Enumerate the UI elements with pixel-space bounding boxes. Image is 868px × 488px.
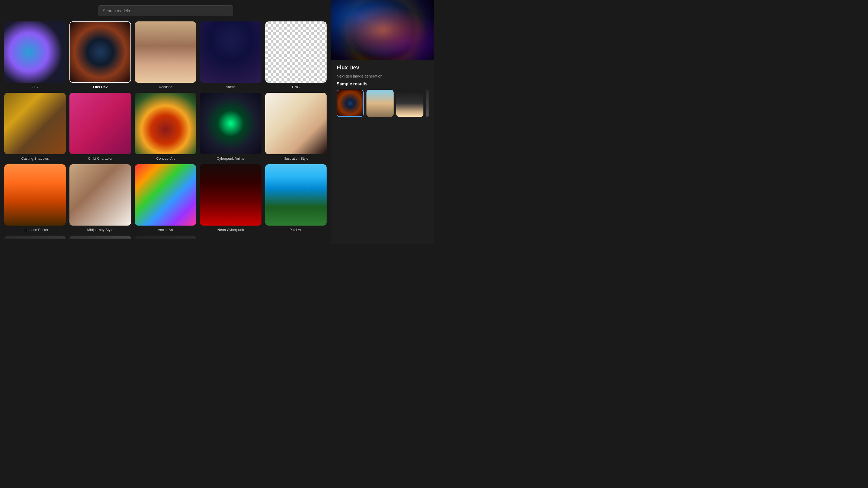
- sample-results-title: Sample results: [337, 82, 429, 87]
- sample-thumb-2[interactable]: [367, 90, 394, 117]
- model-card-bottom2[interactable]: [69, 236, 131, 238]
- model-description: Next-gen image generation: [337, 74, 429, 78]
- model-card-image-realistic: [135, 22, 196, 83]
- model-card-label-neon-cyberpunk: Neon Cyberpunk: [218, 228, 244, 232]
- sample-thumb-4-partial[interactable]: [426, 90, 429, 117]
- model-card-label-vector-art: Vector Art: [158, 228, 173, 232]
- model-card-image-pixel-art: [265, 164, 327, 226]
- right-panel: Flux Dev Next-gen image generation Sampl…: [331, 0, 434, 244]
- model-card-cyberpunk-anime[interactable]: Cyberpunk Anime: [200, 93, 261, 160]
- model-card-png[interactable]: PNG: [265, 22, 327, 89]
- model-card-label-flux: Flux: [32, 85, 38, 89]
- model-card-image-anime: [200, 22, 261, 83]
- model-card-label-realistic: Realistic: [159, 85, 172, 89]
- model-card-anime[interactable]: Anime: [200, 22, 261, 89]
- model-card-image-casting-shadows: [4, 93, 66, 154]
- model-card-label-japanese-poster: Japanese Poster: [22, 228, 48, 232]
- model-card-flux[interactable]: Flux: [4, 22, 66, 89]
- model-card-illustration-style[interactable]: Illustration Style: [265, 93, 327, 160]
- model-grid: FluxFlux DevRealisticAnimePNGCasting Sha…: [4, 22, 327, 238]
- model-card-pixel-art[interactable]: Pixel Art: [265, 164, 327, 232]
- model-card-label-anime: Anime: [226, 85, 236, 89]
- model-card-midjourney-style[interactable]: Midjourney Style: [69, 164, 131, 232]
- model-card-image-png: [265, 22, 327, 83]
- model-card-image-bottom3: [135, 236, 196, 238]
- model-card-chibi-character[interactable]: Chibi Character: [69, 93, 131, 160]
- model-card-realistic[interactable]: Realistic: [135, 22, 196, 89]
- model-card-label-illustration-style: Illustration Style: [283, 156, 308, 161]
- model-title: Flux Dev: [337, 65, 429, 71]
- sample-results-row: [337, 90, 429, 117]
- model-card-flux-dev[interactable]: Flux Dev: [69, 22, 131, 89]
- model-card-label-pixel-art: Pixel Art: [289, 228, 303, 232]
- hero-image: [331, 0, 434, 60]
- model-card-image-bottom1: [4, 236, 66, 238]
- model-card-japanese-poster[interactable]: Japanese Poster: [4, 164, 66, 232]
- model-card-label-chibi-character: Chibi Character: [88, 156, 112, 161]
- hero-image-container: [331, 0, 434, 60]
- model-card-casting-shadows[interactable]: Casting Shadows: [4, 93, 66, 160]
- model-card-image-neon-cyberpunk: [200, 164, 261, 226]
- model-card-image-flux: [4, 22, 66, 83]
- model-card-label-casting-shadows: Casting Shadows: [22, 156, 49, 161]
- model-card-image-midjourney-style: [69, 164, 131, 226]
- sample-thumb-1[interactable]: [337, 90, 364, 117]
- model-card-vector-art[interactable]: Vector Art: [135, 164, 196, 232]
- model-card-image-concept-art: [135, 93, 196, 154]
- model-card-bottom3[interactable]: [135, 236, 196, 238]
- sample-thumb-3[interactable]: [396, 90, 424, 117]
- model-card-image-flux-dev: [69, 22, 131, 83]
- model-card-image-japanese-poster: [4, 164, 66, 226]
- main-content: FluxFlux DevRealisticAnimePNGCasting Sha…: [0, 0, 331, 244]
- search-container: [4, 5, 327, 16]
- model-card-image-illustration-style: [265, 93, 327, 154]
- model-card-image-cyberpunk-anime: [200, 93, 261, 154]
- model-info: Flux Dev Next-gen image generation Sampl…: [331, 60, 434, 122]
- model-card-image-bottom2: [69, 236, 131, 238]
- model-card-label-png: PNG: [292, 85, 300, 89]
- model-card-label-cyberpunk-anime: Cyberpunk Anime: [217, 156, 245, 161]
- model-card-concept-art[interactable]: Concept Art: [135, 93, 196, 160]
- model-card-image-vector-art: [135, 164, 196, 226]
- model-card-neon-cyberpunk[interactable]: Neon Cyberpunk: [200, 164, 261, 232]
- model-card-label-concept-art: Concept Art: [156, 156, 175, 161]
- model-card-bottom1[interactable]: [4, 236, 66, 238]
- model-card-image-chibi-character: [69, 93, 131, 154]
- model-card-label-midjourney-style: Midjourney Style: [87, 228, 113, 232]
- search-input[interactable]: [98, 5, 233, 16]
- model-card-label-flux-dev: Flux Dev: [93, 85, 108, 89]
